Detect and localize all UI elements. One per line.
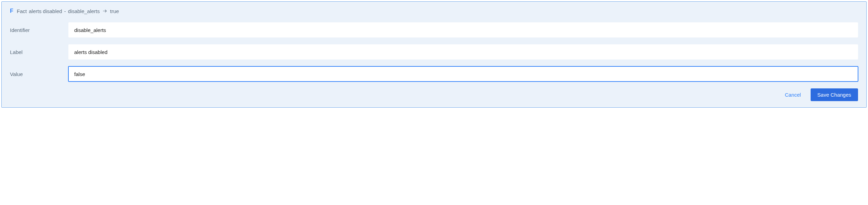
breadcrumb-label: alerts disabled [29,8,62,14]
identifier-input[interactable] [68,22,858,37]
label-field-label: Label [10,49,68,55]
arrow-right-icon [102,9,107,13]
breadcrumb: Fact alerts disabled - disable_alerts tr… [17,8,119,14]
breadcrumb-prefix: Fact [17,8,27,14]
save-button[interactable]: Save Changes [811,88,858,101]
fact-icon: F [10,8,13,14]
fact-edit-panel: F Fact alerts disabled - disable_alerts … [1,1,867,108]
label-input[interactable] [68,44,858,60]
action-bar: Cancel Save Changes [10,88,858,101]
identifier-label: Identifier [10,27,68,33]
breadcrumb-identifier: disable_alerts [68,8,100,14]
value-input[interactable] [68,66,858,82]
label-row: Label [10,44,858,60]
identifier-row: Identifier [10,22,858,37]
breadcrumb-separator: - [64,8,66,14]
value-field-label: Value [10,71,68,77]
cancel-button[interactable]: Cancel [783,89,802,100]
value-row: Value [10,66,858,82]
breadcrumb-value: true [110,8,119,14]
panel-header: F Fact alerts disabled - disable_alerts … [10,8,858,14]
